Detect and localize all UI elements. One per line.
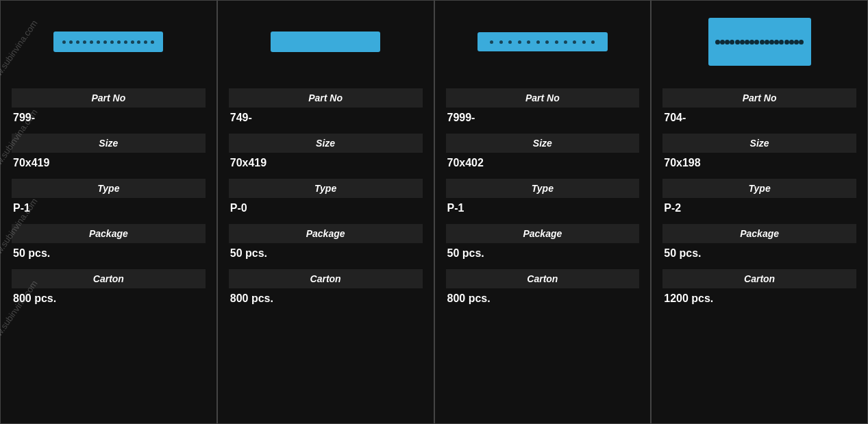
product-image	[271, 32, 380, 52]
product-card-3: Part No 7999- Size 70x402 Type P-1 Packa…	[434, 0, 652, 424]
dot	[555, 40, 558, 44]
type-label: Type	[446, 179, 640, 198]
carton-label: Carton	[12, 269, 206, 288]
package-label: Package	[446, 224, 640, 243]
size-value: 70x402	[447, 157, 640, 179]
image-area	[229, 14, 423, 69]
dot	[769, 40, 774, 45]
dot	[725, 40, 730, 45]
product-card-4: Part No 704- Size 70x198 Type P-2 Packag…	[651, 0, 868, 424]
dot	[103, 40, 107, 44]
carton-label: Carton	[446, 269, 640, 288]
dot	[545, 40, 549, 44]
type-value: P-2	[664, 202, 856, 224]
dot	[144, 40, 147, 44]
product-card-1: Part No 799- Size 70x419 Type P-1 Packag…	[0, 0, 217, 424]
dot	[69, 40, 73, 44]
cards-container: Part No 799- Size 70x419 Type P-1 Packag…	[0, 0, 868, 424]
package-value: 50 pcs.	[230, 247, 423, 269]
dot	[720, 40, 725, 45]
size-label: Size	[229, 134, 423, 153]
size-label: Size	[446, 134, 640, 153]
dot	[730, 40, 734, 45]
package-value: 50 pcs.	[664, 247, 856, 269]
product-image	[478, 32, 608, 51]
product-image	[53, 32, 163, 52]
product-image	[708, 18, 811, 66]
package-value: 50 pcs.	[447, 247, 640, 269]
dot	[564, 40, 567, 44]
size-value: 70x198	[664, 157, 856, 179]
package-label: Package	[12, 224, 206, 243]
part-no-value: 704-	[664, 112, 856, 134]
type-label: Type	[229, 179, 423, 198]
dot	[62, 40, 66, 44]
dot	[131, 40, 134, 44]
dot	[508, 40, 512, 44]
dot	[573, 40, 576, 44]
dot	[536, 40, 540, 44]
package-label: Package	[229, 224, 423, 243]
carton-value: 800 pcs.	[13, 292, 206, 308]
carton-label: Carton	[229, 269, 423, 288]
part-no-value: 749-	[230, 112, 423, 134]
part-no-value: 7999-	[447, 112, 640, 134]
type-label: Type	[12, 179, 206, 198]
image-area	[446, 14, 640, 69]
package-label: Package	[662, 224, 856, 243]
type-value: P-0	[230, 202, 423, 224]
dot	[745, 40, 749, 45]
dot	[117, 40, 121, 44]
dot	[789, 40, 794, 45]
dot	[799, 40, 804, 45]
part-no-label: Part No	[229, 88, 423, 108]
size-value: 70x419	[13, 157, 206, 179]
dot	[97, 40, 100, 44]
dot	[754, 40, 759, 45]
product-card-2: Part No 749- Size 70x419 Type P-0 Packag…	[217, 0, 434, 424]
dot	[582, 40, 586, 44]
dot	[90, 40, 93, 44]
dot	[83, 40, 86, 44]
dot	[76, 40, 79, 44]
carton-label: Carton	[662, 269, 856, 288]
size-value: 70x419	[230, 157, 423, 179]
part-no-label: Part No	[446, 88, 640, 108]
dot	[735, 40, 740, 45]
part-no-value: 799-	[13, 112, 206, 134]
dot	[715, 40, 720, 45]
dot	[794, 40, 799, 45]
dot	[749, 40, 754, 45]
dot	[740, 40, 745, 45]
dot	[784, 40, 789, 45]
package-value: 50 pcs.	[13, 247, 206, 269]
image-area	[12, 14, 206, 69]
dot	[527, 40, 530, 44]
dot	[765, 40, 769, 45]
dot	[499, 40, 503, 44]
part-no-label: Part No	[12, 88, 206, 108]
dot	[490, 40, 493, 44]
dot	[760, 40, 765, 45]
size-label: Size	[12, 134, 206, 153]
dot	[137, 40, 140, 44]
dot	[779, 40, 784, 45]
type-value: P-1	[447, 202, 640, 224]
carton-value: 800 pcs.	[447, 292, 640, 308]
dot	[124, 40, 127, 44]
image-area	[662, 14, 856, 69]
carton-value: 1200 pcs.	[664, 292, 856, 308]
type-value: P-1	[13, 202, 206, 224]
part-no-label: Part No	[662, 88, 856, 108]
type-label: Type	[662, 179, 856, 198]
dot	[151, 40, 154, 44]
dot	[774, 40, 779, 45]
size-label: Size	[662, 134, 856, 153]
dot	[110, 40, 114, 44]
dot	[518, 40, 521, 44]
carton-value: 800 pcs.	[230, 292, 423, 308]
dot	[591, 40, 595, 44]
